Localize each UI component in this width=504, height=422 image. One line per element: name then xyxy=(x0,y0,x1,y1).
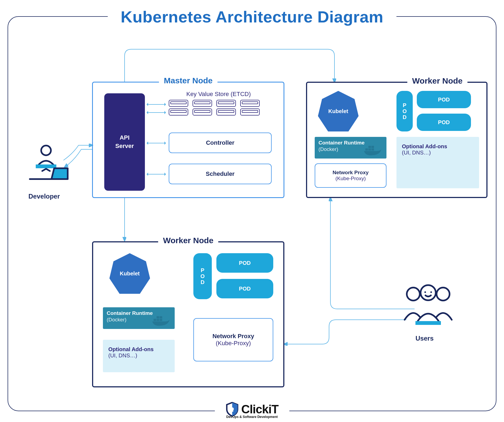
docker-icon xyxy=(363,143,385,157)
scheduler-box: Scheduler xyxy=(169,164,272,184)
kubelet-label: Kubelet xyxy=(120,271,139,277)
runtime-sub: (Docker) xyxy=(318,146,338,152)
pod-label: P O D xyxy=(402,102,407,120)
pod-box: POD xyxy=(417,114,471,131)
api-server-box: API Server xyxy=(104,93,145,191)
addons-sub: (UI, DNS…) xyxy=(402,150,474,156)
svg-rect-6 xyxy=(371,146,374,148)
pod-label: POD xyxy=(239,260,251,266)
pod-box: POD xyxy=(417,91,471,108)
svg-rect-7 xyxy=(154,319,156,321)
developer-icon xyxy=(27,141,76,190)
netproxy-title: Network Proxy xyxy=(212,333,254,340)
pod-box: P O D xyxy=(396,91,413,131)
users-icon xyxy=(398,279,458,331)
netproxy-title: Network Proxy xyxy=(333,170,369,176)
addons-sub: (UI, DNS…) xyxy=(108,352,169,359)
network-proxy-box: Network Proxy (Kube-Proxy) xyxy=(315,163,386,188)
svg-rect-15 xyxy=(415,321,441,325)
container-runtime-box: Container Runtime (Docker) xyxy=(315,137,386,159)
runtime-title: Container Runtime xyxy=(318,140,365,146)
users-label: Users xyxy=(415,335,434,342)
network-proxy-box: Network Proxy (Kube-Proxy) xyxy=(193,318,273,361)
svg-rect-8 xyxy=(157,319,159,321)
svg-point-0 xyxy=(41,146,51,155)
pod-label: POD xyxy=(239,286,251,292)
netproxy-sub: (Kube-Proxy) xyxy=(336,176,366,182)
runtime-sub: (Docker) xyxy=(107,317,126,322)
svg-rect-10 xyxy=(157,316,159,318)
svg-rect-5 xyxy=(368,146,371,148)
worker-node-1-label: Worker Node xyxy=(407,76,467,85)
runtime-title: Container Runtime xyxy=(107,310,153,316)
svg-rect-19 xyxy=(231,409,233,412)
container-runtime-box: Container Runtime (Docker) xyxy=(103,307,175,329)
worker-node-2-label: Worker Node xyxy=(158,236,218,245)
brand-name: ClickiT xyxy=(241,403,278,416)
pod-box: P O D xyxy=(193,253,212,299)
controller-box: Controller xyxy=(169,133,272,153)
svg-point-17 xyxy=(430,291,432,293)
worker-node-2: Worker Node Kubelet Container Runtime (D… xyxy=(92,241,284,387)
api-server-label: API Server xyxy=(115,134,134,150)
svg-point-13 xyxy=(437,288,450,301)
addons-title: Optional Add-ons xyxy=(108,346,169,352)
master-node: Master Node API Server Key Value Store (… xyxy=(92,82,284,198)
docker-icon xyxy=(151,314,173,327)
svg-rect-1 xyxy=(36,164,56,168)
pod-label: POD xyxy=(438,97,450,103)
svg-point-16 xyxy=(424,291,426,293)
diagram-frame: Kubernetes Architecture Diagram Dev xyxy=(8,16,496,411)
pod-label: P O D xyxy=(200,267,205,285)
worker-node-1: Worker Node Kubelet Container Runtime (D… xyxy=(306,82,487,198)
etcd-label: Key Value Store (ETCD) xyxy=(186,91,251,98)
etcd-icon xyxy=(169,100,260,116)
bidir-arrow-icon xyxy=(147,143,165,143)
pod-box: POD xyxy=(216,253,273,273)
addons-box: Optional Add-ons (UI, DNS…) xyxy=(103,340,175,372)
svg-point-14 xyxy=(421,285,436,300)
addons-box: Optional Add-ons (UI, DNS…) xyxy=(396,137,479,188)
kubelet-label: Kubelet xyxy=(328,108,348,114)
pod-box: POD xyxy=(216,279,273,298)
addons-title: Optional Add-ons xyxy=(402,143,474,150)
pod-label: POD xyxy=(438,119,450,126)
kubelet-box: Kubelet xyxy=(109,253,150,294)
shield-icon xyxy=(226,402,239,417)
developer-label: Developer xyxy=(28,193,60,200)
svg-rect-2 xyxy=(365,149,368,151)
brand-logo: ClickiT DevOps & Software Development xyxy=(215,402,289,419)
svg-rect-3 xyxy=(368,149,371,151)
bidir-arrow-icon xyxy=(147,174,165,174)
master-node-label: Master Node xyxy=(159,76,217,85)
netproxy-sub: (Kube-Proxy) xyxy=(216,340,251,347)
svg-rect-4 xyxy=(371,149,374,151)
svg-point-12 xyxy=(407,288,420,301)
svg-rect-11 xyxy=(160,316,162,318)
svg-rect-9 xyxy=(160,319,162,321)
bidir-arrow-icon xyxy=(147,104,165,105)
brand-tagline: DevOps & Software Development xyxy=(226,415,278,419)
bidir-arrow-icon xyxy=(147,112,165,113)
kubelet-box: Kubelet xyxy=(318,91,359,131)
